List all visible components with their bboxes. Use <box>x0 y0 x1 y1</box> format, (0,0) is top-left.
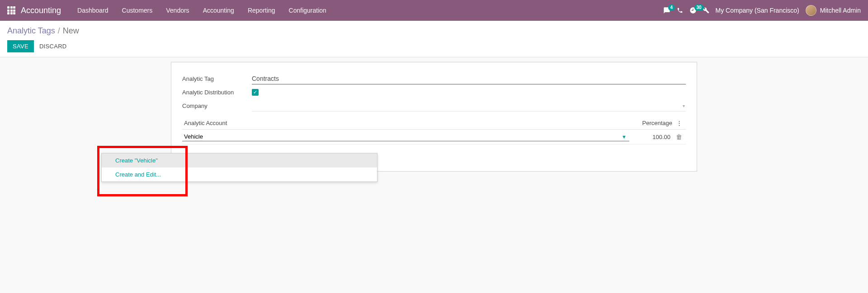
percentage-value[interactable]: 100.00 <box>629 134 672 140</box>
breadcrumb-parent[interactable]: Analytic Tags <box>7 26 55 36</box>
autocomplete-dropdown: Create "Vehicle" Create and Edit... <box>101 153 377 182</box>
messages-badge: 4 <box>668 5 675 11</box>
debug-icon[interactable] <box>703 7 709 14</box>
nav-menu: Dashboard Customers Vendors Accounting R… <box>72 3 332 18</box>
dropdown-caret-icon[interactable]: ▼ <box>622 134 627 140</box>
analytic-account-input[interactable] <box>182 132 629 141</box>
chevron-down-icon: ▾ <box>683 103 685 108</box>
breadcrumb: Analytic Tags / New <box>7 26 861 36</box>
apps-icon[interactable] <box>7 6 15 14</box>
distribution-checkbox[interactable]: ✓ <box>252 89 259 96</box>
nav-accounting[interactable]: Accounting <box>198 3 240 18</box>
discard-button[interactable]: DISCARD <box>39 43 67 50</box>
nav-vendors[interactable]: Vendors <box>160 3 194 18</box>
delete-row-icon[interactable]: 🗑 <box>672 133 686 140</box>
breadcrumb-current: New <box>63 26 79 36</box>
row-distribution: Analytic Distribution ✓ <box>182 89 686 96</box>
activities-badge: 30 <box>694 5 704 11</box>
app-brand[interactable]: Accounting <box>21 6 61 15</box>
analytic-account-cell: ▼ <box>182 132 629 141</box>
systray: 4 30 My Company (San Francisco) Mitchell… <box>663 5 861 16</box>
messaging-icon[interactable]: 4 <box>663 7 670 14</box>
analytic-tag-input[interactable] <box>252 73 686 84</box>
label-distribution: Analytic Distribution <box>182 89 252 96</box>
row-analytic-tag: Analytic Tag <box>182 73 686 84</box>
col-header-account: Analytic Account <box>182 120 629 126</box>
main-navbar: Accounting Dashboard Customers Vendors A… <box>0 0 868 21</box>
user-name: Mitchell Admin <box>820 7 861 14</box>
autocomplete-create-edit[interactable]: Create and Edit... <box>102 167 377 181</box>
control-buttons: SAVE DISCARD <box>7 40 861 52</box>
company-switcher[interactable]: My Company (San Francisco) <box>716 7 799 14</box>
table-header: Analytic Account Percentage ⋮ <box>182 120 686 130</box>
nav-customers[interactable]: Customers <box>117 3 158 18</box>
table-row: ▼ 100.00 🗑 <box>182 130 686 144</box>
nav-configuration[interactable]: Configuration <box>283 3 332 18</box>
autocomplete-create[interactable]: Create "Vehicle" <box>102 153 377 167</box>
wrench-icon <box>703 7 709 14</box>
save-button[interactable]: SAVE <box>7 40 34 52</box>
row-company: Company ▾ <box>182 100 686 112</box>
telephone-icon <box>677 7 683 14</box>
label-analytic-tag: Analytic Tag <box>182 75 252 82</box>
label-company: Company <box>182 102 252 109</box>
user-menu[interactable]: Mitchell Admin <box>806 5 861 16</box>
company-input[interactable]: ▾ <box>252 100 686 112</box>
activities-icon[interactable]: 30 <box>689 7 697 14</box>
user-avatar <box>806 5 816 16</box>
nav-dashboard[interactable]: Dashboard <box>72 3 114 18</box>
col-header-percent: Percentage <box>629 120 672 126</box>
control-panel: Analytic Tags / New SAVE DISCARD <box>0 21 868 57</box>
nav-reporting[interactable]: Reporting <box>242 3 281 18</box>
col-header-options[interactable]: ⋮ <box>672 120 686 126</box>
breadcrumb-sep: / <box>58 26 60 36</box>
phone-icon[interactable] <box>677 7 683 14</box>
